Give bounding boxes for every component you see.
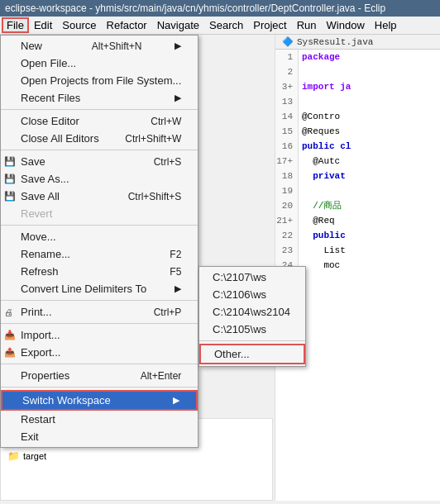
restart-label: Restart bbox=[21, 413, 55, 426]
move-label: Move... bbox=[21, 231, 56, 243]
import-label: Import... bbox=[21, 329, 60, 341]
menu-item-export[interactable]: 📤 Export... bbox=[1, 344, 198, 361]
menu-item-exit[interactable]: Exit bbox=[1, 428, 198, 445]
save-all-icon: 💾 bbox=[4, 191, 16, 202]
close-editor-label: Close Editor bbox=[21, 115, 79, 127]
save-as-icon: 💾 bbox=[4, 174, 16, 184]
menu-item-save-all[interactable]: 💾 Save All Ctrl+Shift+S bbox=[1, 188, 198, 205]
tab-label: SysResult.java bbox=[297, 37, 373, 47]
ws-item-2107[interactable]: C:\2107\ws bbox=[199, 269, 305, 286]
separator-6 bbox=[1, 364, 198, 364]
separator-3 bbox=[1, 225, 198, 226]
save-all-label: Save All bbox=[21, 190, 60, 202]
ws-item-2106[interactable]: C:\2106\ws bbox=[199, 286, 305, 303]
menu-item-refresh[interactable]: Refresh F5 bbox=[1, 263, 198, 280]
menu-navigate[interactable]: Navigate bbox=[152, 17, 204, 33]
convert-line-arrow: ▶ bbox=[175, 283, 181, 294]
export-icon: 📤 bbox=[4, 347, 16, 358]
ws-item-2104[interactable]: C:\2104\ws2104 bbox=[199, 303, 305, 321]
save-all-shortcut: Ctrl+Shift+S bbox=[128, 191, 182, 202]
menu-project[interactable]: Project bbox=[248, 17, 291, 33]
save-shortcut: Ctrl+S bbox=[154, 156, 182, 168]
separator-1 bbox=[1, 109, 198, 110]
ws-2106-label: C:\2106\ws bbox=[213, 288, 266, 301]
open-file-label: Open File... bbox=[21, 57, 76, 69]
ws-other-label: Other... bbox=[214, 348, 250, 360]
menu-item-revert: Revert bbox=[1, 205, 198, 222]
menu-item-switch-workspace[interactable]: Switch Workspace ▶ bbox=[1, 390, 198, 411]
menu-item-print[interactable]: 🖨 Print... Ctrl+P bbox=[1, 303, 198, 321]
new-label: New bbox=[21, 40, 42, 52]
save-as-label: Save As... bbox=[21, 173, 69, 185]
close-editor-shortcut: Ctrl+W bbox=[151, 116, 181, 127]
ws-2105-label: C:\2105\ws bbox=[213, 323, 266, 335]
open-projects-label: Open Projects from File System... bbox=[21, 74, 181, 87]
menu-item-close-editor[interactable]: Close Editor Ctrl+W bbox=[1, 112, 198, 130]
ws-2104-label: C:\2104\ws2104 bbox=[213, 306, 290, 318]
menu-item-rename[interactable]: Rename... F2 bbox=[1, 245, 198, 263]
new-arrow: ▶ bbox=[175, 40, 181, 51]
import-icon: 📥 bbox=[4, 330, 16, 340]
menu-item-import[interactable]: 📥 Import... bbox=[1, 326, 198, 344]
explorer-item-target[interactable]: 📁 target bbox=[1, 449, 272, 464]
close-all-editors-label: Close All Editors bbox=[21, 132, 99, 145]
revert-label: Revert bbox=[21, 207, 52, 220]
folder-icon-target: 📁 bbox=[7, 450, 20, 462]
properties-label: Properties bbox=[21, 369, 69, 382]
close-all-editors-shortcut: Ctrl+Shift+W bbox=[125, 133, 181, 145]
file-menu-dropdown: New Alt+Shift+N ▶ Open File... Open Proj… bbox=[0, 35, 198, 448]
save-label: Save bbox=[21, 155, 45, 168]
menu-item-open-file[interactable]: Open File... bbox=[1, 55, 198, 72]
ws-2107-label: C:\2107\ws bbox=[213, 271, 266, 283]
print-icon: 🖨 bbox=[4, 307, 13, 317]
switch-workspace-submenu: C:\2107\ws C:\2106\ws C:\2104\ws2104 C:\… bbox=[198, 266, 306, 367]
save-icon: 💾 bbox=[4, 156, 16, 167]
title-text: eclipse-workspace - yhmis/src/main/java/… bbox=[5, 2, 385, 14]
ws-separator bbox=[199, 340, 305, 341]
separator-4 bbox=[1, 300, 198, 301]
menu-edit[interactable]: Edit bbox=[29, 17, 57, 33]
print-label: Print... bbox=[21, 306, 52, 318]
separator-7 bbox=[1, 387, 198, 388]
menu-item-convert-line[interactable]: Convert Line Delimiters To ▶ bbox=[1, 280, 198, 297]
ws-item-2105[interactable]: C:\2105\ws bbox=[199, 321, 305, 338]
export-label: Export... bbox=[21, 346, 60, 359]
menu-item-properties[interactable]: Properties Alt+Enter bbox=[1, 367, 198, 384]
dropdown-overlay: New Alt+Shift+N ▶ Open File... Open Proj… bbox=[0, 35, 198, 448]
code-lines: 1package 2 3+import ja 13 14@Contro 15@R… bbox=[275, 50, 440, 273]
recent-files-arrow: ▶ bbox=[175, 93, 181, 103]
menu-item-open-projects[interactable]: Open Projects from File System... bbox=[1, 72, 198, 89]
menu-item-restart[interactable]: Restart bbox=[1, 411, 198, 428]
menu-item-save-as[interactable]: 💾 Save As... bbox=[1, 170, 198, 188]
refresh-label: Refresh bbox=[21, 265, 59, 278]
target-label: target bbox=[23, 451, 46, 461]
properties-shortcut: Alt+Enter bbox=[141, 370, 182, 382]
menu-item-close-all-editors[interactable]: Close All Editors Ctrl+Shift+W bbox=[1, 130, 198, 147]
main-area: 🔷 SysResult.java 1package 2 3+import ja … bbox=[0, 35, 440, 501]
menu-item-save[interactable]: 💾 Save Ctrl+S bbox=[1, 153, 198, 170]
title-bar: eclipse-workspace - yhmis/src/main/java/… bbox=[0, 0, 440, 17]
convert-line-label: Convert Line Delimiters To bbox=[21, 283, 146, 295]
separator-2 bbox=[1, 150, 198, 150]
switch-workspace-label: Switch Workspace bbox=[22, 394, 111, 407]
menu-refactor[interactable]: Refactor bbox=[102, 17, 152, 33]
menu-file[interactable]: File bbox=[2, 17, 29, 33]
rename-label: Rename... bbox=[21, 248, 70, 260]
menu-item-move[interactable]: Move... bbox=[1, 228, 198, 245]
menu-help[interactable]: Help bbox=[370, 17, 402, 33]
menu-source[interactable]: Source bbox=[57, 17, 101, 33]
menu-search[interactable]: Search bbox=[204, 17, 248, 33]
rename-shortcut: F2 bbox=[170, 249, 181, 260]
recent-files-label: Recent Files bbox=[21, 92, 80, 104]
menu-run[interactable]: Run bbox=[292, 17, 322, 33]
menu-window[interactable]: Window bbox=[322, 17, 370, 33]
new-shortcut: Alt+Shift+N bbox=[92, 40, 142, 52]
refresh-shortcut: F5 bbox=[170, 266, 181, 278]
ws-item-other[interactable]: Other... bbox=[199, 344, 305, 364]
menu-bar: File Edit Source Refactor Navigate Searc… bbox=[0, 17, 440, 35]
print-shortcut: Ctrl+P bbox=[154, 307, 182, 318]
separator-5 bbox=[1, 323, 198, 324]
menu-item-new[interactable]: New Alt+Shift+N ▶ bbox=[1, 37, 198, 55]
code-tab[interactable]: 🔷 SysResult.java bbox=[275, 35, 440, 50]
menu-item-recent-files[interactable]: Recent Files ▶ bbox=[1, 89, 198, 107]
